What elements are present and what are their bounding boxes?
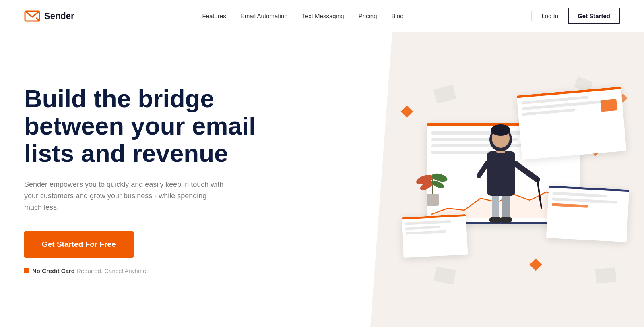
nav-pricing[interactable]: Pricing: [359, 12, 377, 19]
sender-logo-icon: [24, 10, 40, 23]
no-cc-bold: No Credit Card: [32, 267, 75, 274]
hero-illustration: [370, 32, 644, 327]
svg-point-12: [500, 217, 512, 223]
diamond-shape-1: [400, 105, 413, 118]
hero-subtext: Sender empowers you to quickly and easil…: [24, 179, 225, 213]
hero-section: Build the bridge between your email list…: [0, 32, 644, 327]
nav-email-automation[interactable]: Email Automation: [241, 12, 288, 19]
br-line-accent: [552, 203, 588, 208]
svg-line-20: [479, 164, 487, 176]
no-credit-card-notice: No Credit Card Required. Cancel Anytime.: [24, 267, 330, 274]
br-line-2: [552, 197, 617, 203]
nav-links: Features Email Automation Text Messaging…: [202, 12, 403, 19]
person-figure: [463, 99, 543, 236]
svg-point-17: [491, 124, 510, 136]
envelope-3: [595, 267, 617, 284]
sm-line-3: [405, 230, 446, 235]
br-line-1: [552, 192, 607, 197]
envelope-1: [433, 85, 456, 104]
nav-text-messaging[interactable]: Text Messaging: [302, 12, 344, 19]
illustration-wrap: [394, 75, 644, 284]
logo-text: Sender: [44, 11, 74, 21]
svg-rect-10: [502, 192, 510, 220]
diamond-shape-3: [529, 258, 542, 271]
card-sm-body: [402, 216, 467, 238]
no-cc-label: No Credit Card Required. Cancel Anytime.: [32, 267, 148, 274]
login-button[interactable]: Log In: [541, 12, 558, 19]
nav-actions: Log In Get Started: [531, 8, 620, 24]
nav-blog[interactable]: Blog: [392, 12, 404, 19]
hero-right: [370, 32, 644, 327]
no-cc-icon: [24, 268, 29, 273]
cta-button[interactable]: Get Started For Free: [24, 231, 134, 258]
nav-features[interactable]: Features: [202, 12, 226, 19]
logo[interactable]: Sender: [24, 10, 74, 23]
navbar: Sender Features Email Automation Text Me…: [0, 0, 644, 32]
svg-line-19: [537, 180, 541, 208]
sm-line-2: [405, 226, 440, 230]
no-cc-rest: Required. Cancel Anytime.: [75, 267, 148, 274]
svg-rect-9: [492, 192, 499, 220]
envelope-2: [433, 267, 456, 284]
get-started-nav-button[interactable]: Get Started: [568, 8, 620, 24]
sm-line-1: [405, 220, 451, 225]
svg-rect-13: [487, 151, 515, 196]
svg-line-18: [515, 164, 537, 180]
nav-divider: [531, 11, 532, 21]
hero-left: Build the bridge between your email list…: [0, 61, 354, 298]
card-br-body: [547, 188, 629, 214]
plant-decoration: [415, 155, 451, 209]
card-tr-accent: [600, 99, 617, 112]
dashboard-card-small: [401, 214, 468, 258]
dashboard-card-bottom-right: [546, 186, 630, 242]
svg-rect-3: [427, 194, 439, 206]
hero-heading: Build the bridge between your email list…: [24, 85, 258, 168]
